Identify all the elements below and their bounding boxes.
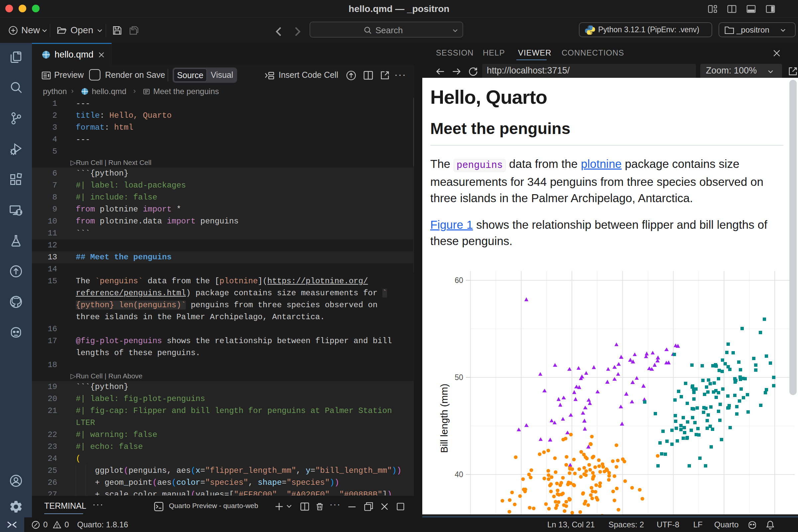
svg-text:60: 60	[455, 276, 463, 285]
svg-text:40: 40	[455, 470, 463, 479]
svg-text:50: 50	[455, 373, 463, 382]
svg-text:Bill length (mm): Bill length (mm)	[439, 384, 450, 453]
